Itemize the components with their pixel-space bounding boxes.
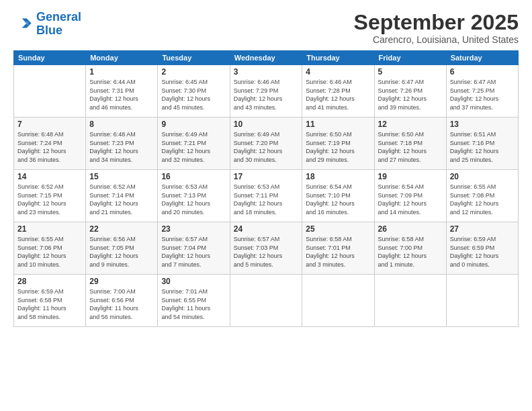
month-title: September 2025 bbox=[354, 11, 519, 34]
calendar-cell bbox=[302, 275, 374, 327]
day-info: Sunrise: 6:49 AM Sunset: 7:20 PM Dayligh… bbox=[234, 130, 299, 164]
calendar-cell: 3Sunrise: 6:46 AM Sunset: 7:29 PM Daylig… bbox=[230, 65, 302, 118]
calendar-cell: 26Sunrise: 6:58 AM Sunset: 7:00 PM Dayli… bbox=[374, 222, 446, 275]
day-number: 24 bbox=[234, 224, 299, 234]
day-info: Sunrise: 6:59 AM Sunset: 6:58 PM Dayligh… bbox=[17, 287, 82, 321]
page: General Blue September 2025 Carencro, Lo… bbox=[0, 0, 532, 411]
day-number: 5 bbox=[378, 67, 443, 77]
day-info: Sunrise: 6:58 AM Sunset: 7:00 PM Dayligh… bbox=[378, 235, 443, 269]
day-number: 6 bbox=[450, 67, 515, 77]
calendar-cell: 16Sunrise: 6:53 AM Sunset: 7:13 PM Dayli… bbox=[158, 170, 230, 222]
day-number: 28 bbox=[17, 277, 82, 286]
calendar-week-5: 28Sunrise: 6:59 AM Sunset: 6:58 PM Dayli… bbox=[14, 275, 519, 327]
day-number: 3 bbox=[234, 67, 299, 77]
calendar-cell: 28Sunrise: 6:59 AM Sunset: 6:58 PM Dayli… bbox=[14, 275, 86, 327]
day-info: Sunrise: 6:59 AM Sunset: 6:59 PM Dayligh… bbox=[450, 235, 515, 269]
subtitle: Carencro, Louisiana, United States bbox=[354, 34, 519, 45]
day-info: Sunrise: 6:48 AM Sunset: 7:24 PM Dayligh… bbox=[17, 130, 82, 164]
logo-line2: Blue bbox=[36, 24, 62, 37]
calendar-cell: 5Sunrise: 6:47 AM Sunset: 7:26 PM Daylig… bbox=[374, 65, 446, 118]
day-info: Sunrise: 6:50 AM Sunset: 7:19 PM Dayligh… bbox=[306, 130, 370, 164]
day-info: Sunrise: 6:55 AM Sunset: 7:06 PM Dayligh… bbox=[17, 235, 82, 269]
day-info: Sunrise: 6:45 AM Sunset: 7:30 PM Dayligh… bbox=[161, 78, 226, 111]
day-info: Sunrise: 6:54 AM Sunset: 7:10 PM Dayligh… bbox=[306, 183, 370, 216]
day-number: 15 bbox=[89, 172, 154, 181]
calendar-cell: 15Sunrise: 6:52 AM Sunset: 7:14 PM Dayli… bbox=[86, 170, 158, 222]
day-number: 11 bbox=[306, 120, 370, 129]
day-info: Sunrise: 6:56 AM Sunset: 7:05 PM Dayligh… bbox=[89, 235, 154, 269]
calendar-cell: 18Sunrise: 6:54 AM Sunset: 7:10 PM Dayli… bbox=[302, 170, 374, 222]
col-sunday: Sunday bbox=[14, 51, 86, 65]
calendar-cell: 23Sunrise: 6:57 AM Sunset: 7:04 PM Dayli… bbox=[158, 222, 230, 275]
day-info: Sunrise: 6:55 AM Sunset: 7:08 PM Dayligh… bbox=[450, 183, 515, 216]
col-tuesday: Tuesday bbox=[158, 51, 230, 65]
calendar-cell: 24Sunrise: 6:57 AM Sunset: 7:03 PM Dayli… bbox=[230, 222, 302, 275]
calendar-cell: 1Sunrise: 6:44 AM Sunset: 7:31 PM Daylig… bbox=[86, 65, 158, 118]
day-number: 1 bbox=[89, 67, 154, 77]
day-number: 2 bbox=[161, 67, 226, 77]
day-info: Sunrise: 6:50 AM Sunset: 7:18 PM Dayligh… bbox=[378, 130, 443, 164]
col-saturday: Saturday bbox=[446, 51, 518, 65]
calendar-cell: 2Sunrise: 6:45 AM Sunset: 7:30 PM Daylig… bbox=[158, 65, 230, 118]
day-info: Sunrise: 7:00 AM Sunset: 6:56 PM Dayligh… bbox=[89, 287, 154, 321]
day-info: Sunrise: 6:46 AM Sunset: 7:29 PM Dayligh… bbox=[234, 78, 299, 111]
calendar-cell: 29Sunrise: 7:00 AM Sunset: 6:56 PM Dayli… bbox=[86, 275, 158, 327]
logo: General Blue bbox=[13, 11, 81, 38]
day-number: 14 bbox=[17, 172, 82, 181]
day-number: 4 bbox=[306, 67, 370, 77]
day-number: 8 bbox=[89, 120, 154, 129]
day-number: 22 bbox=[89, 224, 154, 234]
calendar-cell: 9Sunrise: 6:49 AM Sunset: 7:21 PM Daylig… bbox=[158, 118, 230, 170]
day-number: 9 bbox=[161, 120, 226, 129]
day-info: Sunrise: 6:57 AM Sunset: 7:03 PM Dayligh… bbox=[234, 235, 299, 269]
calendar-cell: 30Sunrise: 7:01 AM Sunset: 6:55 PM Dayli… bbox=[158, 275, 230, 327]
calendar-cell bbox=[230, 275, 302, 327]
day-info: Sunrise: 6:47 AM Sunset: 7:25 PM Dayligh… bbox=[450, 78, 515, 111]
day-number: 20 bbox=[450, 172, 515, 181]
day-number: 7 bbox=[17, 120, 82, 129]
day-number: 23 bbox=[161, 224, 226, 234]
day-number: 17 bbox=[234, 172, 299, 181]
day-info: Sunrise: 6:57 AM Sunset: 7:04 PM Dayligh… bbox=[161, 235, 226, 269]
calendar-week-1: 1Sunrise: 6:44 AM Sunset: 7:31 PM Daylig… bbox=[14, 65, 519, 118]
logo-icon bbox=[13, 15, 32, 34]
day-info: Sunrise: 6:46 AM Sunset: 7:28 PM Dayligh… bbox=[306, 78, 370, 111]
calendar-cell: 27Sunrise: 6:59 AM Sunset: 6:59 PM Dayli… bbox=[446, 222, 518, 275]
calendar-week-3: 14Sunrise: 6:52 AM Sunset: 7:15 PM Dayli… bbox=[14, 170, 519, 222]
day-number: 30 bbox=[161, 277, 226, 286]
calendar-cell bbox=[374, 275, 446, 327]
calendar-week-2: 7Sunrise: 6:48 AM Sunset: 7:24 PM Daylig… bbox=[14, 118, 519, 170]
calendar-cell: 6Sunrise: 6:47 AM Sunset: 7:25 PM Daylig… bbox=[446, 65, 518, 118]
col-monday: Monday bbox=[86, 51, 158, 65]
day-number: 27 bbox=[450, 224, 515, 234]
day-info: Sunrise: 6:53 AM Sunset: 7:13 PM Dayligh… bbox=[161, 183, 226, 216]
day-info: Sunrise: 6:49 AM Sunset: 7:21 PM Dayligh… bbox=[161, 130, 226, 164]
calendar-cell: 17Sunrise: 6:53 AM Sunset: 7:11 PM Dayli… bbox=[230, 170, 302, 222]
calendar-cell: 11Sunrise: 6:50 AM Sunset: 7:19 PM Dayli… bbox=[302, 118, 374, 170]
day-number: 16 bbox=[161, 172, 226, 181]
day-info: Sunrise: 6:54 AM Sunset: 7:09 PM Dayligh… bbox=[378, 183, 443, 216]
calendar-cell: 21Sunrise: 6:55 AM Sunset: 7:06 PM Dayli… bbox=[14, 222, 86, 275]
calendar-week-4: 21Sunrise: 6:55 AM Sunset: 7:06 PM Dayli… bbox=[14, 222, 519, 275]
day-info: Sunrise: 6:44 AM Sunset: 7:31 PM Dayligh… bbox=[89, 78, 154, 111]
calendar-header-row: Sunday Monday Tuesday Wednesday Thursday… bbox=[14, 51, 519, 65]
header: General Blue September 2025 Carencro, Lo… bbox=[13, 11, 519, 45]
day-info: Sunrise: 6:58 AM Sunset: 7:01 PM Dayligh… bbox=[306, 235, 370, 269]
calendar-cell bbox=[14, 65, 86, 118]
day-number: 21 bbox=[17, 224, 82, 234]
col-friday: Friday bbox=[374, 51, 446, 65]
calendar-table: Sunday Monday Tuesday Wednesday Thursday… bbox=[13, 50, 519, 327]
calendar-cell: 14Sunrise: 6:52 AM Sunset: 7:15 PM Dayli… bbox=[14, 170, 86, 222]
calendar-cell: 19Sunrise: 6:54 AM Sunset: 7:09 PM Dayli… bbox=[374, 170, 446, 222]
calendar-cell: 20Sunrise: 6:55 AM Sunset: 7:08 PM Dayli… bbox=[446, 170, 518, 222]
calendar-cell: 25Sunrise: 6:58 AM Sunset: 7:01 PM Dayli… bbox=[302, 222, 374, 275]
calendar-cell: 13Sunrise: 6:51 AM Sunset: 7:16 PM Dayli… bbox=[446, 118, 518, 170]
calendar-cell: 7Sunrise: 6:48 AM Sunset: 7:24 PM Daylig… bbox=[14, 118, 86, 170]
logo-text: General Blue bbox=[36, 11, 81, 38]
day-info: Sunrise: 6:51 AM Sunset: 7:16 PM Dayligh… bbox=[450, 130, 515, 164]
day-info: Sunrise: 6:47 AM Sunset: 7:26 PM Dayligh… bbox=[378, 78, 443, 111]
day-info: Sunrise: 6:53 AM Sunset: 7:11 PM Dayligh… bbox=[234, 183, 299, 216]
day-number: 26 bbox=[378, 224, 443, 234]
calendar-cell: 4Sunrise: 6:46 AM Sunset: 7:28 PM Daylig… bbox=[302, 65, 374, 118]
day-info: Sunrise: 6:52 AM Sunset: 7:14 PM Dayligh… bbox=[89, 183, 154, 216]
